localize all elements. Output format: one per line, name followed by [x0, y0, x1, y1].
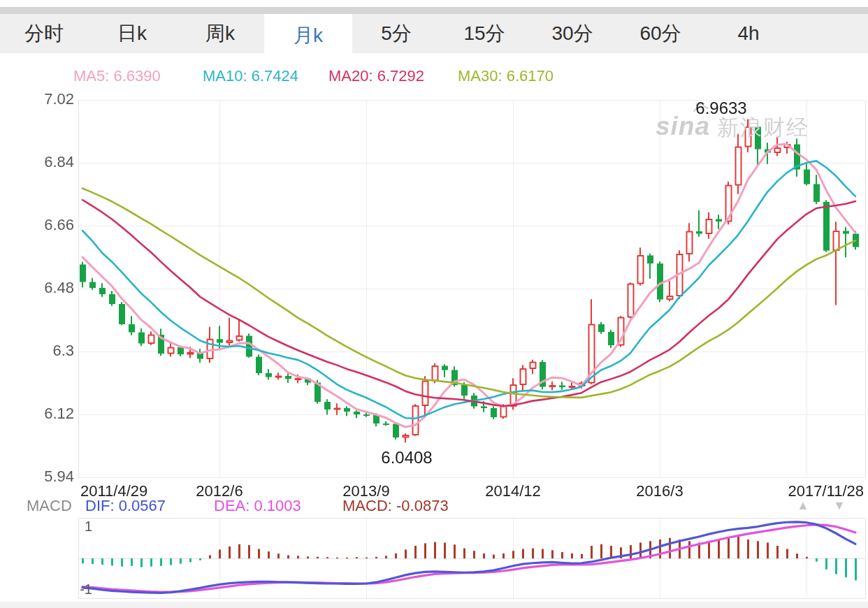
time-tick-label: 2017/11/28 [788, 482, 864, 500]
period-tabbar: 分时日k周k月k5分15分30分60分4h [0, 14, 868, 53]
time-tick-label: 2014/12 [485, 482, 541, 500]
low-price-annotation: 6.0408 [381, 448, 432, 468]
scroll-up-icon[interactable]: ▲ [797, 498, 809, 513]
macd-tick-label: -1 [80, 581, 92, 598]
time-tick-label: 2012/6 [196, 482, 243, 500]
tab-60分[interactable]: 60分 [616, 14, 704, 53]
chart-app: 分时日k周k月k5分15分30分60分4h MA5: 6.6390MA10: 6… [0, 0, 868, 608]
ma-legend-item: MA20: 6.7292 [328, 67, 424, 85]
price-tick-label: 6.3 [52, 342, 74, 360]
high-price-annotation: 6.9633 [695, 99, 746, 118]
ma-legend-item: MA10: 6.7424 [203, 67, 298, 85]
price-macd-chart-canvas[interactable] [0, 0, 868, 608]
price-tick-label: 6.84 [44, 153, 74, 171]
price-tick-label: 7.02 [44, 90, 74, 108]
macd-title: MACD [27, 497, 72, 515]
footer-strip [0, 602, 868, 608]
time-tick-label: 2016/3 [636, 482, 683, 500]
tab-4h[interactable]: 4h [704, 14, 793, 53]
tab-月k[interactable]: 月k [264, 14, 352, 57]
time-tick-label: 2011/4/29 [80, 482, 147, 500]
tab-分时[interactable]: 分时 [0, 14, 88, 53]
tab-5分[interactable]: 5分 [352, 14, 440, 53]
top-divider-strip [0, 7, 868, 14]
time-tick-label: 2013/9 [342, 482, 389, 500]
tab-周k[interactable]: 周k [176, 14, 264, 53]
tab-日k[interactable]: 日k [88, 14, 176, 53]
price-tick-label: 5.94 [44, 468, 74, 486]
tab-30分[interactable]: 30分 [528, 14, 616, 53]
ma-legend: MA5: 6.6390MA10: 6.7424MA20: 6.7292MA30:… [0, 67, 868, 87]
price-tick-label: 6.66 [44, 216, 74, 234]
tab-15分[interactable]: 15分 [440, 14, 528, 53]
macd-tick-label: 1 [85, 519, 92, 535]
price-tick-label: 6.12 [44, 405, 74, 423]
ma-legend-item: MA5: 6.6390 [73, 67, 161, 85]
ma-legend-item: MA30: 6.6170 [458, 67, 554, 85]
scroll-down-icon[interactable]: ▼ [833, 498, 846, 513]
price-tick-label: 6.48 [44, 279, 74, 297]
